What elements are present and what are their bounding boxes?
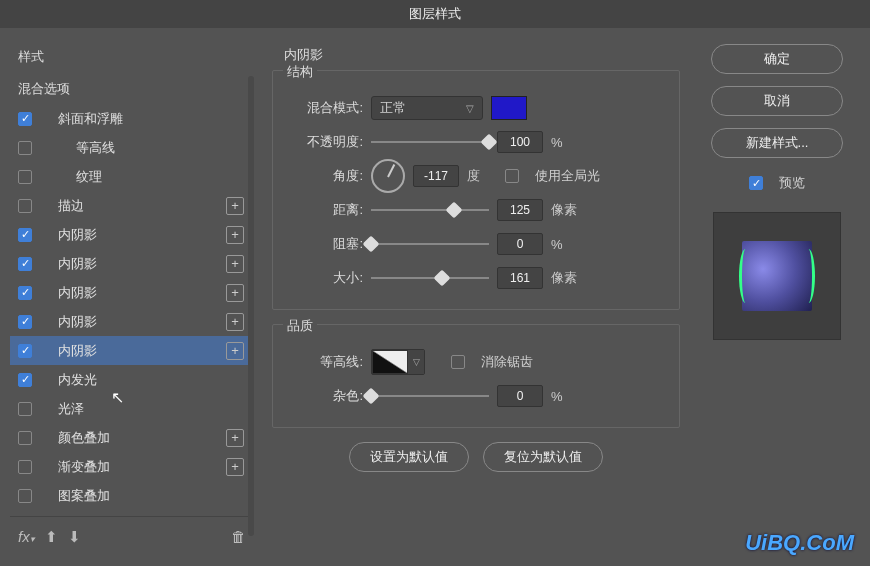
choke-input[interactable] xyxy=(497,233,543,255)
noise-unit: % xyxy=(551,389,581,404)
style-row-color-overlay[interactable]: 颜色叠加 + xyxy=(10,423,248,452)
style-row-inner-glow[interactable]: 内发光 xyxy=(10,365,248,394)
add-effect-button[interactable]: + xyxy=(226,255,244,273)
style-label: 内阴影 xyxy=(58,313,97,331)
style-row-inner-shadow[interactable]: 内阴影 + xyxy=(10,249,248,278)
opacity-input[interactable] xyxy=(497,131,543,153)
action-panel: 确定 取消 新建样式... 预览 xyxy=(698,38,856,556)
noise-slider[interactable] xyxy=(371,386,489,406)
structure-fieldset: 结构 混合模式: 正常 ▽ 不透明度: xyxy=(272,70,680,310)
add-effect-button[interactable]: + xyxy=(226,313,244,331)
checkbox[interactable] xyxy=(18,402,32,416)
up-arrow-icon[interactable]: ⬆ xyxy=(45,528,58,546)
style-label: 斜面和浮雕 xyxy=(58,110,123,128)
style-row-inner-shadow[interactable]: 内阴影 + xyxy=(10,307,248,336)
style-row-gradient-overlay[interactable]: 渐变叠加 + xyxy=(10,452,248,481)
style-label: 等高线 xyxy=(76,139,115,157)
checkbox[interactable] xyxy=(18,112,32,126)
distance-label: 距离: xyxy=(287,201,363,219)
antialias-label: 消除锯齿 xyxy=(481,353,533,371)
fx-menu-icon[interactable]: fx▾ xyxy=(18,528,35,545)
style-row-bevel[interactable]: 斜面和浮雕 xyxy=(10,104,248,133)
preview-checkbox[interactable] xyxy=(749,176,763,190)
style-row-pattern-overlay[interactable]: 图案叠加 xyxy=(10,481,248,510)
size-unit: 像素 xyxy=(551,269,581,287)
distance-slider[interactable] xyxy=(371,200,489,220)
checkbox[interactable] xyxy=(18,141,32,155)
add-effect-button[interactable]: + xyxy=(226,458,244,476)
trash-icon[interactable]: 🗑 xyxy=(231,528,246,545)
checkbox[interactable] xyxy=(18,199,32,213)
style-row-inner-shadow[interactable]: 内阴影 + xyxy=(10,278,248,307)
style-row-inner-shadow[interactable]: 内阴影 + xyxy=(10,220,248,249)
distance-input[interactable] xyxy=(497,199,543,221)
blend-mode-dropdown[interactable]: 正常 ▽ xyxy=(371,96,483,120)
style-label: 内发光 xyxy=(58,371,97,389)
style-row-satin[interactable]: 光泽 xyxy=(10,394,248,423)
preview-box xyxy=(713,212,841,340)
size-label: 大小: xyxy=(287,269,363,287)
contour-swatch[interactable] xyxy=(372,350,408,374)
styles-panel: 样式 混合选项 斜面和浮雕 等高线 纹理 描边 + xyxy=(10,38,254,556)
checkbox[interactable] xyxy=(18,431,32,445)
default-buttons: 设置为默认值 复位为默认值 xyxy=(272,442,680,472)
size-input[interactable] xyxy=(497,267,543,289)
settings-panel: 内阴影 结构 混合模式: 正常 ▽ 不透明度: xyxy=(254,38,698,556)
style-row-inner-shadow-selected[interactable]: 内阴影 + xyxy=(10,336,248,365)
angle-input[interactable] xyxy=(413,165,459,187)
angle-dial[interactable] xyxy=(371,159,405,193)
styles-header: 样式 xyxy=(10,38,248,74)
opacity-unit: % xyxy=(551,135,581,150)
noise-input[interactable] xyxy=(497,385,543,407)
style-row-stroke[interactable]: 描边 + xyxy=(10,191,248,220)
new-style-button[interactable]: 新建样式... xyxy=(711,128,843,158)
panel-title: 内阴影 xyxy=(272,46,680,64)
add-effect-button[interactable]: + xyxy=(226,429,244,447)
checkbox[interactable] xyxy=(18,228,32,242)
scrollbar[interactable] xyxy=(248,76,254,536)
quality-fieldset: 品质 等高线: ▽ 消除锯齿 杂色: xyxy=(272,324,680,428)
shadow-color-swatch[interactable] xyxy=(491,96,527,120)
layer-style-dialog: 图层样式 样式 混合选项 斜面和浮雕 等高线 纹理 xyxy=(0,0,870,566)
opacity-slider[interactable] xyxy=(371,132,489,152)
add-effect-button[interactable]: + xyxy=(226,342,244,360)
cancel-button[interactable]: 取消 xyxy=(711,86,843,116)
down-arrow-icon[interactable]: ⬇ xyxy=(68,528,81,546)
style-label: 纹理 xyxy=(76,168,102,186)
add-effect-button[interactable]: + xyxy=(226,197,244,215)
checkbox[interactable] xyxy=(18,460,32,474)
checkbox[interactable] xyxy=(18,315,32,329)
distance-unit: 像素 xyxy=(551,201,581,219)
choke-unit: % xyxy=(551,237,581,252)
choke-slider[interactable] xyxy=(371,234,489,254)
choke-label: 阻塞: xyxy=(287,235,363,253)
fieldset-legend: 品质 xyxy=(283,317,317,335)
style-label: 描边 xyxy=(58,197,84,215)
checkbox[interactable] xyxy=(18,373,32,387)
add-effect-button[interactable]: + xyxy=(226,226,244,244)
antialias-checkbox[interactable] xyxy=(451,355,465,369)
style-label: 内阴影 xyxy=(58,226,97,244)
reset-default-button[interactable]: 复位为默认值 xyxy=(483,442,603,472)
add-effect-button[interactable]: + xyxy=(226,284,244,302)
chevron-down-icon[interactable]: ▽ xyxy=(408,350,424,374)
size-slider[interactable] xyxy=(371,268,489,288)
style-row-contour[interactable]: 等高线 xyxy=(10,133,248,162)
checkbox[interactable] xyxy=(18,286,32,300)
global-light-checkbox[interactable] xyxy=(505,169,519,183)
make-default-button[interactable]: 设置为默认值 xyxy=(349,442,469,472)
checkbox[interactable] xyxy=(18,170,32,184)
fieldset-legend: 结构 xyxy=(283,63,317,81)
checkbox[interactable] xyxy=(18,344,32,358)
ok-button[interactable]: 确定 xyxy=(711,44,843,74)
style-label: 光泽 xyxy=(58,400,84,418)
blend-options-item[interactable]: 混合选项 xyxy=(10,74,248,104)
checkbox[interactable] xyxy=(18,489,32,503)
contour-picker[interactable]: ▽ xyxy=(371,349,425,375)
blend-mode-value: 正常 xyxy=(380,99,406,117)
style-label: 内阴影 xyxy=(58,342,97,360)
styles-list: 样式 混合选项 斜面和浮雕 等高线 纹理 描边 + xyxy=(10,38,254,516)
style-row-texture[interactable]: 纹理 xyxy=(10,162,248,191)
preview-toggle[interactable]: 预览 xyxy=(749,174,805,192)
checkbox[interactable] xyxy=(18,257,32,271)
